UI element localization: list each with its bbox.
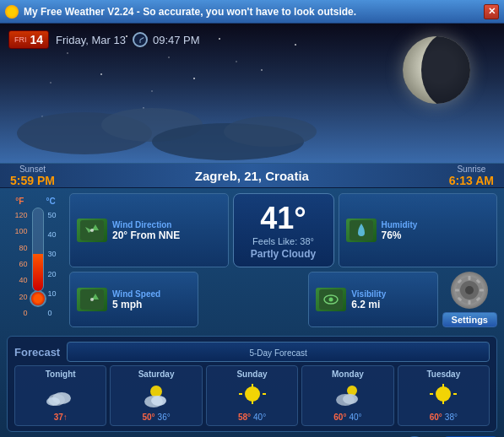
app-title: My Free Weather V2.24 - So accurate, you… — [24, 6, 356, 18]
svg-rect-30 — [469, 300, 471, 305]
clock-icon — [133, 32, 148, 47]
tube-outer — [32, 208, 44, 292]
c-scale: 50403020100 — [48, 208, 57, 317]
sky-panel: FRI 14 Friday, Mar 13 09:47 PM — [0, 24, 504, 163]
svg-point-43 — [245, 386, 260, 402]
weather-description: Partly Cloudy — [251, 248, 316, 260]
forecast-day-tuesday: Tuesday 60° 38° — [398, 365, 490, 426]
settings-label: Settings — [442, 312, 497, 327]
svg-point-17 — [224, 116, 317, 147]
forecast-day-tonight: Tonight 37↑ — [14, 365, 106, 426]
day-4-lo: 38° — [445, 413, 458, 422]
visibility-card: Visibility 6.2 mi — [308, 272, 437, 327]
day-0-temps: 37↑ — [54, 413, 68, 422]
day-0-icon — [46, 380, 76, 411]
day-abbr: FRI — [14, 35, 27, 44]
humidity-value: 76% — [382, 229, 418, 241]
thermo-labels: °F °C — [15, 197, 55, 206]
sunset-label: Sunset — [19, 165, 46, 174]
svg-point-11 — [236, 61, 237, 62]
sunrise-info: Sunrise 6:13 AM — [449, 165, 494, 187]
day-0-name: Tonight — [46, 370, 76, 379]
day-3-icon — [333, 380, 363, 411]
svg-point-10 — [193, 78, 195, 79]
forecast-day-sunday: Sunday 58° 40° — [206, 365, 298, 426]
svg-point-1 — [67, 52, 68, 54]
svg-point-5 — [261, 69, 263, 71]
main-content: °F °C 120100806040200 504030 — [0, 188, 504, 437]
day-num: 14 — [30, 33, 44, 46]
svg-point-9 — [151, 90, 152, 91]
wind-speed-label: Wind Speed — [112, 289, 160, 299]
svg-point-8 — [100, 73, 102, 75]
day-1-name: Saturday — [138, 370, 175, 379]
svg-point-25 — [329, 298, 333, 302]
wind-direction-text: Wind Direction 20° From NNE — [112, 220, 180, 241]
forecast-subtitle: 5-Day Forecast — [249, 348, 306, 358]
temperature: 41° — [260, 201, 306, 236]
day-2-lo: 40° — [253, 413, 266, 422]
tube-bulb — [30, 290, 46, 307]
sunrise-label: Sunrise — [457, 165, 485, 174]
wind-speed-value: 5 mph — [112, 299, 160, 310]
wind-direction-card: Wind Direction 20° From NNE — [69, 193, 229, 267]
day-1-icon — [141, 380, 171, 411]
day-3-name: Monday — [332, 370, 364, 379]
day-2-icon — [237, 380, 268, 411]
close-button[interactable]: ✕ — [484, 4, 499, 19]
forecast-title: Forecast — [14, 346, 60, 359]
svg-rect-29 — [469, 276, 471, 280]
day-2-hi: 58° — [238, 413, 251, 422]
sunset-info: Sunset 5:59 PM — [10, 165, 55, 187]
svg-point-50 — [343, 394, 358, 404]
day-4-hi: 60° — [430, 413, 442, 422]
fahrenheit-label: °F — [15, 197, 24, 206]
day-3-hi: 60° — [333, 413, 346, 422]
visibility-value: 6.2 mi — [351, 299, 386, 310]
settings-button[interactable]: Settings — [442, 272, 497, 327]
right-panel: Wind Direction 20° From NNE 41° Feels Li… — [69, 193, 497, 327]
wind-direction-label: Wind Direction — [112, 220, 180, 229]
thermometer-panel: °F °C 120100806040200 504030 — [7, 193, 64, 327]
date-badge: FRI 14 — [8, 30, 49, 49]
day-1-lo: 36° — [158, 413, 171, 422]
svg-point-7 — [50, 82, 51, 84]
wind-speed-card: Wind Speed 5 mph — [69, 272, 198, 327]
center-temp: 41° Feels Like: 38° Partly Cloudy — [233, 193, 334, 267]
svg-point-42 — [151, 396, 166, 406]
top-info-row: Wind Direction 20° From NNE 41° Feels Li… — [69, 193, 497, 267]
humidity-text: Humidity 76% — [382, 220, 418, 241]
day-2-temps: 58° 40° — [238, 413, 266, 422]
weather-row: °F °C 120100806040200 504030 — [0, 188, 504, 332]
day-2-name: Sunday — [236, 370, 267, 379]
day-3-temps: 60° 40° — [333, 413, 361, 422]
sunset-time: 5:59 PM — [10, 174, 55, 187]
forecast-day-monday: Monday 60° 40° — [301, 365, 393, 426]
current-time: 09:47 PM — [153, 34, 200, 46]
time-area: 09:47 PM — [133, 32, 200, 47]
app-icon — [5, 5, 19, 19]
humidity-icon — [346, 218, 377, 242]
svg-point-40 — [150, 386, 162, 397]
svg-point-19 — [90, 229, 94, 232]
svg-point-22 — [90, 298, 94, 301]
svg-point-28 — [465, 286, 474, 294]
forecast-day-saturday: Saturday 50° 36° — [110, 365, 202, 426]
wind-direction-value: 20° From NNE — [112, 229, 180, 241]
day-0-lo: 37↑ — [54, 413, 68, 422]
visibility-label: Visibility — [351, 289, 386, 299]
sunrise-time: 6:13 AM — [449, 174, 494, 187]
visibility-icon — [316, 288, 346, 311]
title-bar-left: My Free Weather V2.24 - So accurate, you… — [5, 5, 356, 19]
city-name: Zagreb, 21, Croatia — [195, 169, 309, 183]
feels-like: Feels Like: 38° — [252, 236, 314, 246]
forecast-section: Forecast 5-Day Forecast Tonight 37↑ — [7, 336, 497, 432]
wind-speed-text: Wind Speed 5 mph — [112, 289, 160, 310]
svg-point-3 — [168, 57, 169, 57]
day-1-temps: 50° 36° — [142, 413, 170, 422]
forecast-days: Tonight 37↑ Saturday — [14, 365, 490, 426]
svg-rect-32 — [480, 289, 484, 292]
tube-fill — [33, 254, 43, 291]
day-4-icon — [428, 380, 458, 411]
celsius-label: °C — [46, 197, 55, 206]
